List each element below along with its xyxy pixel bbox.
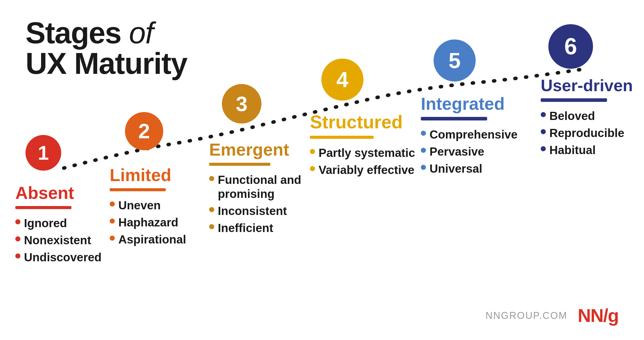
footer-url: NNGROUP.COM <box>485 310 567 321</box>
list-item: Functional and promising <box>209 173 324 201</box>
list-item: Uneven <box>110 198 219 212</box>
stage-4-divider <box>310 136 374 139</box>
bullet-dot <box>15 236 20 241</box>
bullet-dot <box>541 146 546 151</box>
list-item: Inefficient <box>209 221 324 235</box>
stage-circle-4: 4 <box>321 59 363 101</box>
stage-1-bullets: Ignored Nonexistent Undiscovered <box>15 216 122 265</box>
stage-6-bullets: Beloved Reproducible Habitual <box>541 109 638 157</box>
stage-3-divider <box>209 163 270 166</box>
bullet-dot <box>421 131 426 136</box>
stage-circle-1: 1 <box>26 135 61 171</box>
bullet-dot <box>310 149 315 154</box>
stage-5-divider <box>421 117 487 120</box>
bullet-dot <box>541 129 546 134</box>
stage-3-name: Emergent <box>209 140 324 159</box>
stage-2-divider <box>110 188 166 191</box>
bullet-dot <box>421 165 426 170</box>
list-item: Partly systematic <box>310 146 425 160</box>
stage-6-name: User-driven <box>541 76 638 95</box>
stage-4-bullets: Partly systematic Variably effective <box>310 146 425 177</box>
list-item: Universal <box>421 162 533 176</box>
bullet-dot <box>110 201 115 207</box>
bullet-dot <box>209 176 214 181</box>
stage-circle-6: 6 <box>548 24 593 69</box>
footer: NNGROUP.COM NN/g <box>485 305 618 326</box>
stage-4-block: Structured Partly systematic Variably ef… <box>310 112 425 180</box>
title-block: Stages of UX Maturity <box>26 18 187 79</box>
stage-1-block: Absent Ignored Nonexistent Undiscovered <box>15 183 122 267</box>
bullet-dot <box>421 148 426 153</box>
bullet-dot <box>541 112 546 117</box>
list-item: Undiscovered <box>15 250 122 264</box>
stage-2-name: Limited <box>110 166 219 185</box>
stage-circle-5: 5 <box>434 39 476 81</box>
stage-5-bullets: Comprehensive Pervasive Universal <box>421 128 533 176</box>
stage-6-divider <box>541 98 607 102</box>
list-item: Comprehensive <box>421 128 533 142</box>
stage-3-bullets: Functional and promising Inconsistent In… <box>209 173 324 235</box>
stage-2-bullets: Uneven Haphazard Aspirational <box>110 198 219 247</box>
stage-3-block: Emergent Functional and promising Incons… <box>209 140 324 238</box>
list-item: Aspirational <box>110 233 219 247</box>
bullet-dot <box>209 207 214 212</box>
stage-5-name: Integrated <box>421 94 533 113</box>
footer-logo: NN/g <box>578 305 618 326</box>
list-item: Inconsistent <box>209 204 324 218</box>
stage-2-block: Limited Uneven Haphazard Aspirational <box>110 166 219 250</box>
list-item: Pervasive <box>421 145 533 159</box>
bullet-dot <box>15 219 20 224</box>
title-of: of <box>129 16 153 50</box>
stage-4-name: Structured <box>310 112 425 132</box>
stage-5-block: Integrated Comprehensive Pervasive Unive… <box>421 94 533 179</box>
stage-circle-2: 2 <box>125 112 163 150</box>
list-item: Haphazard <box>110 215 219 229</box>
list-item: Ignored <box>15 216 122 230</box>
bullet-dot <box>110 219 115 224</box>
bullet-dot <box>110 236 115 241</box>
list-item: Nonexistent <box>15 233 122 247</box>
stage-1-divider <box>15 206 71 209</box>
page-container: Stages of UX Maturity 1 Absent Ignored N… <box>0 0 644 340</box>
list-item: Habitual <box>541 143 638 157</box>
bullet-dot <box>209 224 214 229</box>
stage-6-block: User-driven Beloved Reproducible Habitua… <box>541 76 638 160</box>
stage-1-name: Absent <box>15 183 122 202</box>
list-item: Beloved <box>541 109 638 123</box>
bullet-dot <box>15 253 20 259</box>
bullet-dot <box>310 166 315 171</box>
title-line2: UX Maturity <box>26 48 187 79</box>
stage-circle-3: 3 <box>222 84 261 124</box>
list-item: Variably effective <box>310 163 425 177</box>
list-item: Reproducible <box>541 126 638 140</box>
title-line1: Stages of <box>26 18 187 48</box>
